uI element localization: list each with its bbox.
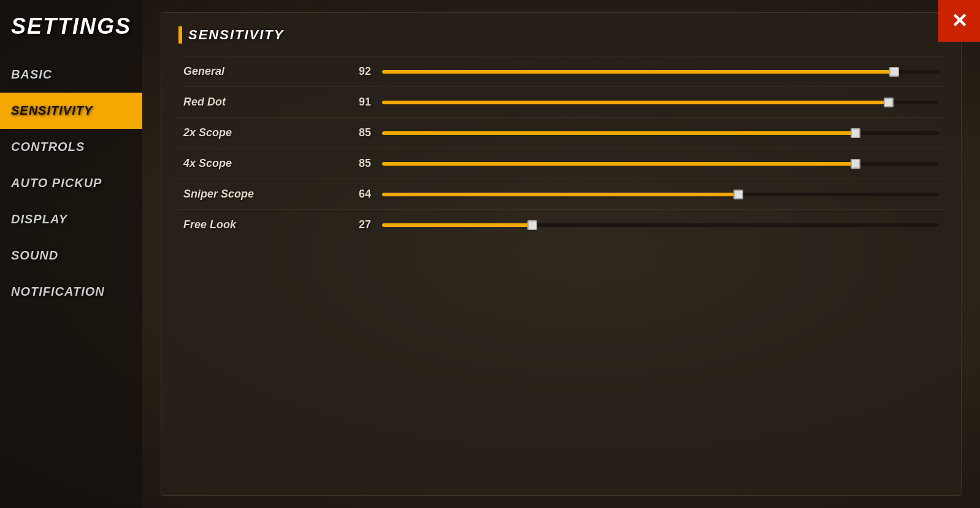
sidebar-item-controls[interactable]: CONTROLS: [0, 129, 142, 165]
sidebar: SETTINGS BASICSENSITIVITYCONTROLSAUTO PI…: [0, 0, 142, 508]
app-layout: SETTINGS BASICSENSITIVITYCONTROLSAUTO PI…: [0, 0, 980, 508]
slider-value-red-dot: 91: [343, 96, 371, 109]
slider-track-sniper-scope[interactable]: [382, 190, 939, 199]
section-header: SENSITIVITY: [178, 26, 944, 44]
sidebar-item-sensitivity[interactable]: SENSITIVITY: [0, 93, 142, 129]
slider-thumb-sniper-scope[interactable]: [733, 190, 743, 199]
slider-track-2x-scope[interactable]: [382, 129, 939, 137]
sidebar-item-basic[interactable]: BASIC: [0, 56, 142, 93]
main-content: SENSITIVITY General92Red Dot912x Scope85…: [142, 0, 980, 508]
close-button[interactable]: ✕: [938, 0, 980, 42]
slider-label-red-dot: Red Dot: [183, 96, 343, 109]
slider-value-general: 92: [343, 65, 371, 78]
sidebar-nav: BASICSENSITIVITYCONTROLSAUTO PICKUPDISPL…: [0, 56, 142, 310]
slider-value-4x-scope: 85: [343, 157, 371, 170]
slider-track-fill-red-dot: [382, 101, 889, 104]
sidebar-item-sound[interactable]: SOUND: [0, 237, 142, 274]
slider-track-fill-2x-scope: [382, 131, 856, 135]
sliders-container: General92Red Dot912x Scope854x Scope85Sn…: [178, 56, 944, 240]
slider-track-red-dot[interactable]: [382, 98, 939, 107]
slider-thumb-general[interactable]: [889, 67, 899, 77]
slider-row-red-dot: Red Dot91: [178, 87, 944, 117]
app-title: SETTINGS: [0, 0, 142, 56]
sidebar-item-auto-pickup[interactable]: AUTO PICKUP: [0, 165, 142, 201]
slider-track-fill-general: [382, 70, 894, 74]
slider-label-general: General: [183, 65, 343, 78]
slider-value-2x-scope: 85: [343, 126, 371, 139]
slider-track-fill-4x-scope: [382, 162, 856, 166]
slider-label-2x-scope: 2x Scope: [183, 126, 343, 139]
slider-thumb-free-look[interactable]: [527, 220, 537, 230]
sidebar-item-notification[interactable]: NOTIFICATION: [0, 274, 142, 310]
slider-value-sniper-scope: 64: [343, 188, 371, 201]
slider-row-4x-scope: 4x Scope85: [178, 148, 944, 179]
slider-row-general: General92: [178, 56, 944, 87]
slider-value-free-look: 27: [343, 218, 371, 231]
slider-track-general[interactable]: [382, 67, 939, 76]
sidebar-item-display[interactable]: DISPLAY: [0, 201, 142, 237]
close-icon: ✕: [951, 11, 968, 31]
section-title: SENSITIVITY: [188, 27, 284, 43]
section-indicator: [178, 26, 182, 44]
slider-row-sniper-scope: Sniper Scope64: [178, 179, 944, 209]
slider-thumb-red-dot[interactable]: [884, 98, 894, 107]
slider-thumb-2x-scope[interactable]: [851, 128, 860, 138]
slider-row-free-look: Free Look27: [178, 209, 944, 240]
slider-label-sniper-scope: Sniper Scope: [183, 188, 343, 201]
slider-label-4x-scope: 4x Scope: [183, 157, 343, 170]
slider-thumb-4x-scope[interactable]: [851, 159, 860, 169]
slider-track-fill-free-look: [382, 223, 532, 227]
slider-track-4x-scope[interactable]: [382, 160, 939, 168]
slider-label-free-look: Free Look: [183, 218, 343, 231]
slider-track-fill-sniper-scope: [382, 193, 738, 196]
slider-row-2x-scope: 2x Scope85: [178, 117, 944, 148]
content-panel: SENSITIVITY General92Red Dot912x Scope85…: [161, 12, 962, 496]
slider-track-free-look[interactable]: [382, 221, 939, 229]
